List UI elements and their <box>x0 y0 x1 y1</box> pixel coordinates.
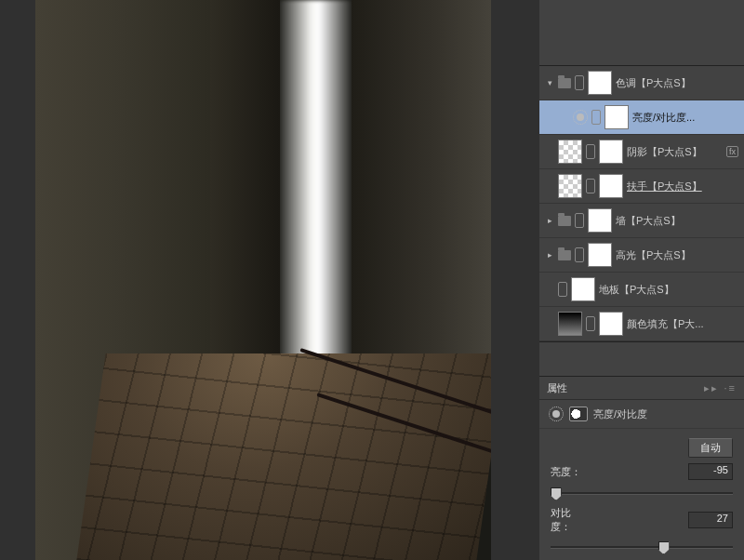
link-icon <box>575 247 584 262</box>
layer-name[interactable]: 阴影【P大点S】 <box>627 145 723 159</box>
layer-thumb[interactable] <box>558 140 582 164</box>
fx-badge[interactable]: fx <box>726 146 738 157</box>
layer-mask-thumb[interactable] <box>588 208 612 233</box>
layer-row[interactable]: ▸高光【P大点S】 <box>539 238 744 273</box>
link-icon <box>575 213 584 228</box>
contrast-label: 对比度： <box>551 506 590 534</box>
properties-header[interactable]: 属性 ▸▸ ·≡ <box>539 377 744 400</box>
layer-thumb[interactable] <box>558 174 582 198</box>
canvas-area <box>0 0 539 560</box>
brightness-slider[interactable] <box>551 486 733 500</box>
spacer <box>560 113 569 122</box>
folder-icon <box>558 78 571 88</box>
link-icon <box>586 316 595 331</box>
contrast-value[interactable]: 27 <box>688 512 733 528</box>
link-icon <box>575 75 584 90</box>
spacer <box>545 181 554 191</box>
panels-column: ▾色调【P大点S】亮度/对比度...阴影【P大点S】fx扶手【P大点S】 ▸墙【… <box>539 0 744 560</box>
twisty-closed-icon[interactable]: ▸ <box>545 250 554 260</box>
link-icon <box>586 144 595 159</box>
document-canvas[interactable] <box>35 0 491 560</box>
panel-menu-icon[interactable]: ▸▸ ·≡ <box>704 382 737 394</box>
layer-mask-thumb[interactable] <box>599 140 623 164</box>
contrast-slider[interactable] <box>551 540 733 554</box>
scene-light-gap <box>277 0 353 358</box>
layer-name[interactable]: 颜色填充【P大... <box>627 317 738 331</box>
layer-row[interactable]: ▾色调【P大点S】 <box>539 66 744 100</box>
layer-thumb[interactable] <box>558 312 582 336</box>
brightness-value[interactable]: -95 <box>688 463 733 480</box>
link-icon <box>591 110 601 125</box>
layer-row[interactable]: 扶手【P大点S】 <box>539 169 744 204</box>
properties-body: 自动 亮度： -95 对比度： 27 <box>539 429 744 560</box>
twisty-open-icon[interactable]: ▾ <box>545 78 554 87</box>
layer-mask-thumb[interactable] <box>599 174 623 198</box>
folder-icon <box>558 216 571 226</box>
layer-mask-thumb[interactable] <box>571 277 595 301</box>
adjustment-name: 亮度/对比度 <box>593 407 647 421</box>
layers-panel: ▾色调【P大点S】亮度/对比度...阴影【P大点S】fx扶手【P大点S】 ▸墙【… <box>539 65 744 342</box>
layer-mask-thumb[interactable] <box>588 243 612 267</box>
layer-name[interactable]: 色调【P大点S】 <box>616 76 738 90</box>
layer-name[interactable]: 扶手【P大点S】 <box>627 180 738 193</box>
layer-row[interactable]: ▸墙【P大点S】 <box>539 204 744 238</box>
layer-name[interactable]: 地板【P大点S】 <box>599 283 738 297</box>
brightness-slider-knob[interactable] <box>551 487 562 500</box>
link-icon <box>558 282 567 297</box>
scene-floor <box>76 353 491 560</box>
layer-mask-thumb[interactable] <box>588 71 612 95</box>
auto-button[interactable]: 自动 <box>688 438 733 458</box>
properties-title: 属性 <box>547 381 567 395</box>
layer-name[interactable]: 亮度/对比度... <box>632 111 738 125</box>
layer-name[interactable]: 高光【P大点S】 <box>616 248 738 262</box>
properties-panel: 属性 ▸▸ ·≡ 亮度/对比度 自动 亮度： -95 <box>539 376 744 560</box>
contrast-slider-knob[interactable] <box>658 541 670 554</box>
spacer <box>545 147 554 156</box>
layer-row[interactable]: 地板【P大点S】 <box>539 273 744 307</box>
mask-thumb-icon[interactable] <box>569 407 588 421</box>
brightness-contrast-icon <box>573 110 588 125</box>
brightness-contrast-icon <box>549 407 564 421</box>
twisty-closed-icon[interactable]: ▸ <box>545 216 554 225</box>
layer-row[interactable]: 亮度/对比度... <box>539 100 744 135</box>
spacer <box>545 319 554 328</box>
layer-row[interactable]: 阴影【P大点S】fx <box>539 135 744 169</box>
link-icon <box>586 179 595 193</box>
scene-center-wall <box>210 0 280 367</box>
layer-name[interactable]: 墙【P大点S】 <box>616 214 738 228</box>
layer-row[interactable]: 颜色填充【P大... <box>539 307 744 341</box>
spacer <box>545 285 554 294</box>
adjustment-type-row: 亮度/对比度 <box>539 400 744 429</box>
brightness-label: 亮度： <box>551 465 590 479</box>
layer-mask-thumb[interactable] <box>599 312 623 336</box>
layer-mask-thumb[interactable] <box>604 105 629 129</box>
folder-icon <box>558 250 571 260</box>
